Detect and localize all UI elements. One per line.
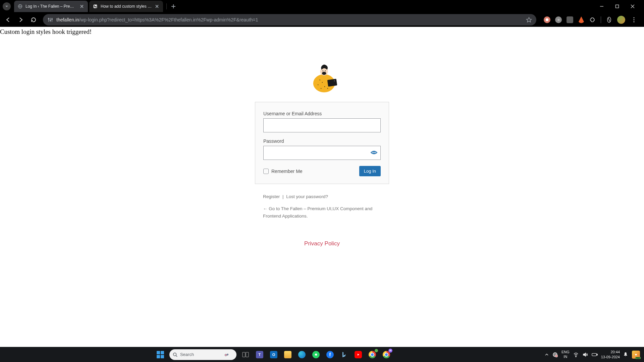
search-highlights-icon: [220, 350, 233, 360]
system-tray: ENG IN 20:44 13-09-2024 PRE: [545, 350, 642, 359]
facebook-icon[interactable]: f: [325, 350, 335, 360]
svg-line-32: [176, 355, 177, 357]
svg-line-13: [608, 18, 610, 22]
remember-me-checkbox[interactable]: Remember Me: [263, 169, 303, 174]
password-input[interactable]: [263, 146, 381, 160]
chrome-canary-icon[interactable]: W: [381, 350, 391, 360]
close-icon[interactable]: [79, 4, 85, 9]
whatsapp-icon[interactable]: [311, 350, 321, 360]
site-logo[interactable]: [308, 64, 336, 92]
volume-muted-icon[interactable]: [582, 352, 588, 358]
url-input[interactable]: thefallen.in/wp-login.php?redirect_to=ht…: [43, 14, 536, 25]
login-button[interactable]: Log In: [359, 166, 381, 176]
show-password-icon[interactable]: [370, 148, 378, 157]
svg-point-20: [322, 70, 323, 71]
svg-point-9: [48, 18, 49, 19]
windows-taskbar: Search T O f W ENG IN 20:44 13-09-2024: [0, 347, 644, 362]
language-indicator[interactable]: ENG IN: [561, 350, 570, 359]
globe-icon: [17, 4, 23, 9]
svg-point-11: [52, 19, 53, 20]
login-actions-row: Remember Me Log In: [263, 166, 381, 176]
url-text: thefallen.in/wp-login.php?redirect_to=ht…: [56, 17, 523, 22]
username-field-wrap: Username or Email Address: [263, 111, 381, 132]
svg-rect-34: [243, 352, 245, 357]
new-tab-button[interactable]: [169, 2, 178, 11]
login-form: Username or Email Address Password Remem…: [255, 102, 389, 184]
svg-rect-39: [592, 353, 597, 356]
svg-point-23: [334, 80, 335, 81]
login-links: Register | Lost your password? ← Go to T…: [255, 194, 389, 220]
password-label: Password: [263, 138, 381, 144]
copilot-icon[interactable]: PRE: [632, 351, 640, 359]
tab-search-dropdown[interactable]: [3, 2, 11, 10]
security-icon[interactable]: [552, 352, 558, 358]
remember-me-input[interactable]: [263, 169, 269, 174]
debug-message: Custom login styles hook triggered!: [0, 28, 92, 36]
extension-icon[interactable]: ⚛: [555, 16, 562, 23]
profile-avatar[interactable]: [617, 16, 625, 24]
svg-point-25: [322, 82, 323, 83]
reload-button[interactable]: [28, 14, 39, 25]
file-explorer-icon[interactable]: [283, 350, 293, 360]
svg-point-27: [324, 86, 325, 87]
svg-point-15: [633, 19, 634, 20]
start-button[interactable]: [155, 350, 165, 360]
svg-rect-22: [327, 79, 337, 86]
username-label: Username or Email Address: [263, 111, 381, 116]
youtube-icon[interactable]: [353, 350, 363, 360]
edge-icon[interactable]: [297, 350, 307, 360]
svg-point-26: [318, 84, 318, 85]
notifications-icon[interactable]: [623, 352, 629, 357]
taskbar-center: Search T O f W: [2, 349, 545, 360]
browser-chrome: Log In ‹ The Fallen – Premium U How to a…: [0, 0, 644, 27]
wifi-icon[interactable]: [573, 352, 579, 358]
remember-me-label: Remember Me: [271, 169, 303, 174]
bing-icon[interactable]: [339, 350, 349, 360]
chrome-icon[interactable]: [367, 350, 377, 360]
tab-bar: Log In ‹ The Fallen – Premium U How to a…: [0, 0, 644, 13]
svg-point-33: [225, 354, 227, 356]
taskbar-search[interactable]: Search: [169, 349, 236, 360]
extension-icon[interactable]: [567, 16, 573, 23]
extension-icon[interactable]: [578, 16, 585, 23]
svg-point-29: [321, 88, 321, 89]
task-view-button[interactable]: [240, 350, 251, 360]
svg-point-28: [327, 88, 328, 89]
password-field-wrap: Password: [263, 138, 381, 160]
minimize-button[interactable]: [597, 2, 606, 11]
link-separator: |: [282, 194, 284, 199]
notion-icon: [93, 4, 98, 9]
clock[interactable]: 20:44 13-09-2024: [601, 350, 620, 359]
close-icon[interactable]: [154, 4, 160, 9]
login-wrapper: Username or Email Address Password Remem…: [0, 27, 644, 247]
svg-point-19: [322, 72, 326, 75]
lost-password-link[interactable]: Lost your password?: [286, 194, 328, 199]
svg-rect-5: [616, 5, 619, 8]
browser-tab-active[interactable]: Log In ‹ The Fallen – Premium U: [14, 1, 88, 12]
svg-rect-40: [597, 354, 597, 355]
site-settings-icon[interactable]: [47, 16, 54, 23]
back-button[interactable]: [3, 14, 13, 25]
outlook-icon[interactable]: O: [269, 350, 279, 360]
extension-icons: ⚛: [540, 16, 641, 24]
username-input[interactable]: [263, 118, 381, 132]
chrome-menu-button[interactable]: [630, 16, 638, 24]
teams-icon[interactable]: T: [255, 350, 265, 360]
tab-separator: [166, 3, 167, 9]
svg-point-38: [576, 356, 576, 357]
close-window-button[interactable]: [628, 2, 637, 11]
battery-icon[interactable]: [592, 352, 598, 358]
browser-tab[interactable]: How to add custom styles for W: [89, 1, 163, 12]
go-back-link[interactable]: ← Go to The Fallen – Premium UI,UX Compo…: [263, 205, 381, 220]
svg-point-16: [633, 21, 634, 22]
extensions-button[interactable]: [589, 16, 596, 23]
privacy-policy-link[interactable]: Privacy Policy: [304, 240, 340, 247]
register-link[interactable]: Register: [263, 194, 280, 199]
extension-icon[interactable]: [544, 16, 550, 23]
bookmark-star-icon[interactable]: [526, 16, 532, 23]
forward-button[interactable]: [15, 14, 26, 25]
maximize-button[interactable]: [612, 2, 622, 11]
tray-overflow-button[interactable]: [545, 353, 549, 357]
extension-icon[interactable]: [606, 16, 612, 23]
svg-point-14: [633, 17, 634, 18]
